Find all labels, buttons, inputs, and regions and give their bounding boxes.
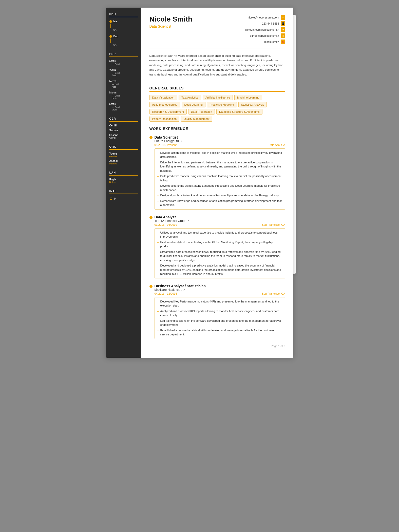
work-dot-1: [149, 136, 153, 139]
header-contact: nicole@novoresume.com ✉ 123 444 5555 📱 l…: [245, 15, 285, 44]
sidebar: EDU Ma SA Bac SA: [106, 8, 141, 358]
skills-section-title: GENERAL SKILLS: [149, 86, 285, 92]
work-bullet-item: Developed Key Performance Indicators (KP…: [157, 299, 282, 308]
contact-phone: 123 444 5555 📱: [262, 21, 285, 26]
skills-section: GENERAL SKILLS Data VisualizationText An…: [149, 86, 285, 122]
candidate-title: Data Scientist: [149, 24, 193, 28]
sidebar-education: EDU Ma SA Bac SA: [106, 13, 141, 46]
work-bullet-item: Led training sessions on the software de…: [157, 319, 282, 327]
skill-tag: Agile Methodologies: [149, 102, 180, 107]
edu-connector-2: [110, 39, 111, 43]
skill-label-2: Variat: [109, 68, 138, 71]
work-dates-3: 04/2013 - 12/2015: [155, 292, 177, 295]
skills-grid: Data VisualizationText AnalyticsArtifici…: [149, 95, 285, 122]
skill-sub-4: — Utiliz: [109, 94, 138, 97]
cert-name-1: Certifi: [109, 124, 138, 127]
work-location-2: San Francisco, CA: [262, 223, 285, 226]
sidebar-certifications: CER Certifi Succes Essenti Compl: [106, 117, 141, 139]
org-role-2: Membe: [109, 162, 138, 165]
phone-icon: 📱: [281, 21, 285, 26]
skill-label-3: Merch: [109, 80, 138, 83]
linkedin-icon: in: [281, 27, 285, 32]
work-bullet-item: Analyzed and produced KPI reports allowi…: [157, 309, 282, 317]
edu-school-2: SA: [113, 44, 138, 47]
org-1: Young Membe: [109, 152, 138, 158]
lang-name-1: Englis: [109, 178, 138, 181]
edu-dot-1: [109, 20, 112, 23]
edu-dot-2: [109, 35, 112, 38]
skill-tag: Data Preparation: [188, 109, 215, 115]
org-name-1: Young: [109, 152, 138, 155]
work-bullet-item: Develop algorithms using Natural Languag…: [157, 184, 282, 192]
external-link-icon-2: ↗: [187, 220, 189, 222]
work-location-3: San Francisco, CA: [262, 292, 285, 295]
sidebar-skill-statist: Statist — Predi: [109, 60, 138, 65]
work-section-title: WORK EXPERIENCE: [149, 127, 285, 132]
work-dates-row-2: 01/2016 - 04/2019San Francisco, CA: [155, 223, 285, 226]
interest-1: ⚙ M: [109, 197, 138, 201]
work-dates-1: 05/2019 - Present: [155, 143, 177, 146]
skill-tag: Data Visualization: [149, 95, 177, 100]
work-bullet-item: Drive the interaction and partnership be…: [157, 160, 282, 173]
cert-3: Essenti Compl: [109, 134, 138, 139]
resume-header: Nicole Smith Data Scientist nicole@novor…: [149, 15, 285, 48]
work-company-2: THETA Financial Group ↗: [155, 219, 285, 223]
work-bullet-item: Developed and deployed a predictive anal…: [157, 263, 282, 276]
phone-text: 123 444 5555: [262, 22, 279, 25]
contact-website: nicole.smith 🔖: [264, 40, 285, 44]
skill-tag: Research & Development: [149, 109, 187, 115]
org-name-2: Associ: [109, 160, 138, 162]
sidebar-personal-skills: PER Statist — Predi Variat — Deve from M…: [106, 52, 141, 111]
work-item-1: Data ScientistFuture Energy Ltd. ↗05/201…: [149, 135, 285, 210]
work-bullet-item: Established advanced analytical skills t…: [157, 328, 282, 337]
email-icon: ✉: [281, 15, 285, 20]
work-bullet-item: Develop action plans to mitigate risks i…: [157, 151, 282, 159]
org-2: Associ Membe: [109, 160, 138, 165]
sidebar-edu-item-1: Ma SA: [109, 20, 138, 32]
skill-tag: Machine Learning: [234, 95, 262, 100]
website-text: nicole.smith: [264, 40, 279, 43]
edu-degree-2: Bac: [113, 35, 118, 38]
skill-sub-3: — Built: [109, 83, 138, 86]
lang-level-1: Native: [109, 181, 138, 183]
work-bullet-item: Demonstrate knowledge and execution of a…: [157, 199, 282, 207]
work-items-container: Data ScientistFuture Energy Ltd. ↗05/201…: [149, 135, 285, 339]
skill-tag: Pattern Recognition: [149, 116, 180, 122]
external-link-icon-3: ↗: [183, 289, 185, 291]
sidebar-int-title: INTI: [109, 189, 138, 194]
skill-sub-2: — Deve: [109, 72, 138, 74]
skill-sub-1: — Predi: [109, 63, 138, 65]
resume-summary: Data Scientist with 4+ years of broad-ba…: [149, 53, 285, 81]
work-bullet-item: Build predictive models using various ma…: [157, 174, 282, 182]
lang-1: Englis Native: [109, 178, 138, 183]
cert-name-3: Essenti: [109, 134, 138, 137]
skill-label-5: Statist: [109, 103, 138, 105]
skill-label-1: Statist: [109, 60, 138, 62]
sidebar-lan-title: LAN: [109, 171, 138, 176]
interest-text-1: M: [114, 197, 116, 200]
edu-connector-1: [110, 24, 111, 28]
external-link-icon-1: ↗: [180, 140, 182, 143]
work-company-1: Future Energy Ltd. ↗: [155, 139, 285, 143]
interest-icon-1: ⚙: [109, 197, 113, 201]
work-dates-row-1: 05/2019 - PresentPalo Alto, CA: [155, 143, 285, 146]
work-bullet-item: Evaluated analytical model findings in t…: [157, 240, 282, 249]
skill-tag: Artificial Intelligence: [203, 95, 233, 100]
skill-tag: Quality Management: [181, 116, 212, 122]
skill-sub-5b: provi: [109, 108, 138, 111]
work-dot-2: [149, 216, 153, 219]
work-bullet-item: Design algorithms to track and detect an…: [157, 193, 282, 198]
cert-1: Certifi: [109, 124, 138, 127]
skill-sub-4b: basic: [109, 97, 138, 100]
work-company-3: Maxicare Healthcare ↗: [155, 288, 285, 292]
work-title-3: Business Analyst / Statistician: [155, 284, 285, 288]
skill-tag: Statistical Analysis: [238, 102, 267, 107]
edu-degree-1: Ma: [113, 20, 117, 23]
work-bullets-2: Utilized analytical and technical expert…: [155, 228, 285, 278]
cert-detail-3: Compl: [109, 137, 138, 139]
linkedin-text: linkedin.com/in/nicole.smith: [245, 28, 279, 31]
work-title-2: Data Analyst: [155, 215, 285, 219]
skill-tag: Deep Learning: [182, 102, 205, 107]
sidebar-skill-variat: Variat — Deve from: [109, 68, 138, 77]
sidebar-interests: INTI ⚙ M: [106, 189, 141, 201]
